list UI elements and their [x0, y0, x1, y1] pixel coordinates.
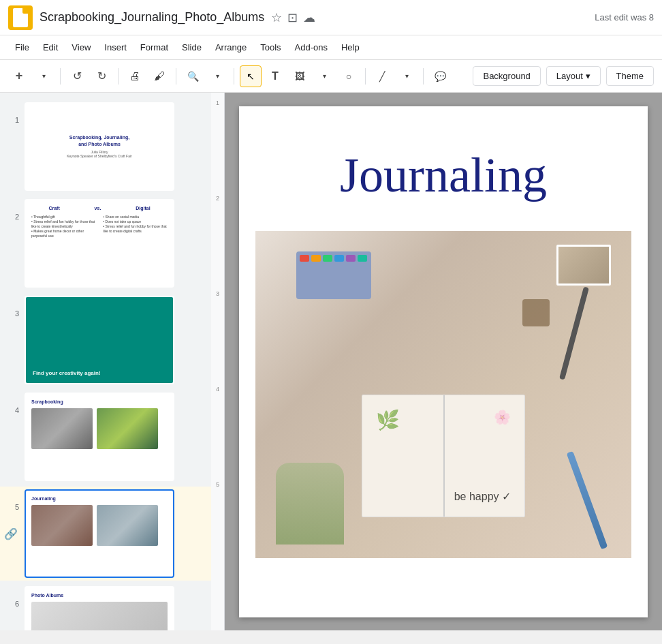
menu-arrange[interactable]: Arrange	[208, 40, 253, 55]
menu-file[interactable]: File	[8, 40, 36, 55]
layout-label: Layout	[556, 71, 583, 81]
image-tool-button[interactable]: 🖼	[289, 65, 311, 87]
undo-button[interactable]: ↺	[66, 65, 88, 87]
slide3-content: Find your creativity again!	[26, 297, 173, 383]
slide3-text: Find your creativity again!	[33, 370, 101, 376]
slide5-link-icon: 🔗	[4, 527, 18, 540]
select-tool-button[interactable]: ↖	[240, 65, 262, 87]
photo-content	[558, 247, 609, 283]
paint-orange	[311, 255, 321, 262]
main-slide-title: Journaling	[239, 106, 648, 231]
app-icon	[8, 5, 33, 30]
slide-number-4: 4	[5, 406, 19, 414]
slide-number-3: 3	[5, 309, 19, 318]
menu-tools[interactable]: Tools	[253, 40, 287, 55]
zoom-out-button[interactable]: 🔍	[182, 65, 204, 87]
slide2-vs: vs.	[95, 206, 101, 211]
separator-3	[176, 68, 176, 85]
layout-button[interactable]: Layout ▾	[546, 66, 601, 86]
slide-thumb-4[interactable]: Scrapbooking	[25, 393, 174, 481]
slide2-cols: Thoughtful gift Stress relief and fun ho…	[31, 215, 168, 239]
toolbar-right: Background Layout ▾ Theme	[473, 66, 654, 86]
journal-book: 🌿 🌸 be happy ✓	[362, 395, 525, 517]
last-edit-text: Last edit was 8	[595, 12, 654, 22]
zoom-dropdown-button[interactable]: ▾	[206, 65, 228, 87]
slide2-header: Craft vs. Digital	[31, 206, 168, 211]
paint-blue	[334, 255, 344, 262]
star-icon[interactable]: ☆	[271, 10, 282, 25]
line-dropdown-button[interactable]: ▾	[396, 65, 417, 87]
slide1-title: Scrapbooking, Journaling,and Photo Album…	[69, 134, 129, 147]
slide-number-2: 2	[5, 213, 19, 221]
paint-colors	[296, 251, 371, 265]
slide-item-3[interactable]: 3 Find your creativity again!	[0, 293, 211, 387]
paint-format-button[interactable]: 🖌	[148, 65, 170, 87]
separator-2	[118, 68, 119, 85]
file-title: Scrapbooking_Journaling_Photo_Albums	[40, 10, 264, 25]
toolbar: + ▾ ↺ ↻ 🖨 🖌 🔍 ▾ ↖ T 🖼 ▾ ○ ╱ ▾ 💬 Backgrou…	[0, 60, 662, 93]
separator-1	[60, 68, 61, 85]
menu-view[interactable]: View	[65, 40, 97, 55]
slide4-image-1	[31, 408, 93, 449]
redo-button[interactable]: ↻	[91, 65, 112, 87]
slide-thumb-1[interactable]: Scrapbooking, Journaling,and Photo Album…	[25, 102, 174, 191]
pen-1	[559, 286, 589, 380]
slide-number-5: 5	[5, 503, 19, 511]
shape-tool-button[interactable]: ○	[338, 65, 360, 87]
slide5-image-1	[31, 505, 93, 546]
slide-item-1[interactable]: 1 Scrapbooking, Journaling,and Photo Alb…	[0, 99, 211, 194]
slide-canvas[interactable]: Journaling 🌿 🌸 be happy ✓	[225, 93, 662, 630]
main-area: 1 Scrapbooking, Journaling,and Photo Alb…	[0, 93, 662, 630]
slide2-digital-col: Share on social media Does not take up s…	[103, 215, 168, 239]
paint-teal	[358, 255, 367, 262]
slide-thumb-2[interactable]: Craft vs. Digital Thoughtful gift Stress…	[25, 199, 174, 288]
slide-number-6: 6	[5, 600, 19, 608]
menu-addons[interactable]: Add-ons	[288, 40, 334, 55]
slide6-image	[31, 602, 168, 630]
menu-help[interactable]: Help	[334, 40, 366, 55]
text-tool-button[interactable]: T	[264, 65, 286, 87]
slide-main: Journaling 🌿 🌸 be happy ✓	[239, 106, 648, 617]
image-dropdown-button[interactable]: ▾	[313, 65, 335, 87]
slide6-title: Photo Albums	[31, 593, 168, 598]
add-slide-button[interactable]: +	[8, 65, 30, 87]
slide4-image-2	[97, 408, 158, 449]
menu-format[interactable]: Format	[133, 40, 175, 55]
slide-thumb-6[interactable]: Photo Albums	[25, 586, 174, 630]
slide-item-6[interactable]: 6 Photo Albums	[0, 583, 211, 630]
book-doodle-1: 🌿	[376, 409, 400, 431]
slide4-content: Scrapbooking	[26, 394, 173, 455]
slide5-title: Journaling	[31, 496, 168, 501]
slide-thumb-3[interactable]: Find your creativity again!	[25, 296, 174, 384]
slide-item-4[interactable]: 4 Scrapbooking	[0, 390, 211, 484]
slide4-images	[31, 408, 168, 449]
vertical-ruler: 1 2 3 4 5	[211, 93, 225, 630]
slide2-craft-col: Thoughtful gift Stress relief and fun ho…	[31, 215, 97, 239]
pen-2	[567, 451, 608, 549]
slide5-image-2	[97, 505, 158, 546]
add-dropdown-button[interactable]: ▾	[33, 65, 54, 87]
folder-icon[interactable]: ⊡	[287, 10, 298, 25]
slide-item-5[interactable]: 5 Journaling 🔗	[0, 487, 211, 581]
paint-palette	[296, 251, 371, 299]
slide5-images	[31, 505, 168, 546]
slide4-title: Scrapbooking	[31, 399, 168, 404]
print-button[interactable]: 🖨	[124, 65, 146, 87]
slide2-col2-header: Digital	[136, 206, 150, 211]
menu-edit[interactable]: Edit	[36, 40, 65, 55]
separator-4	[234, 68, 234, 85]
line-tool-button[interactable]: ╱	[371, 65, 393, 87]
background-button[interactable]: Background	[473, 66, 540, 86]
menu-slide[interactable]: Slide	[175, 40, 208, 55]
menu-insert[interactable]: Insert	[97, 40, 133, 55]
cloud-icon[interactable]: ☁	[303, 10, 315, 25]
slides-panel: 1 Scrapbooking, Journaling,and Photo Alb…	[0, 93, 211, 630]
menu-bar: File Edit View Insert Format Slide Arran…	[0, 35, 662, 60]
slide5-content: Journaling	[26, 491, 173, 551]
book-doodle-2: 🌸	[494, 409, 511, 425]
slide-item-2[interactable]: 2 Craft vs. Digital Thoughtful gift Stre…	[0, 196, 211, 290]
comment-button[interactable]: 💬	[429, 65, 451, 87]
theme-button[interactable]: Theme	[606, 66, 654, 86]
slide-thumb-5[interactable]: Journaling	[25, 489, 174, 578]
dried-flowers	[276, 463, 344, 545]
